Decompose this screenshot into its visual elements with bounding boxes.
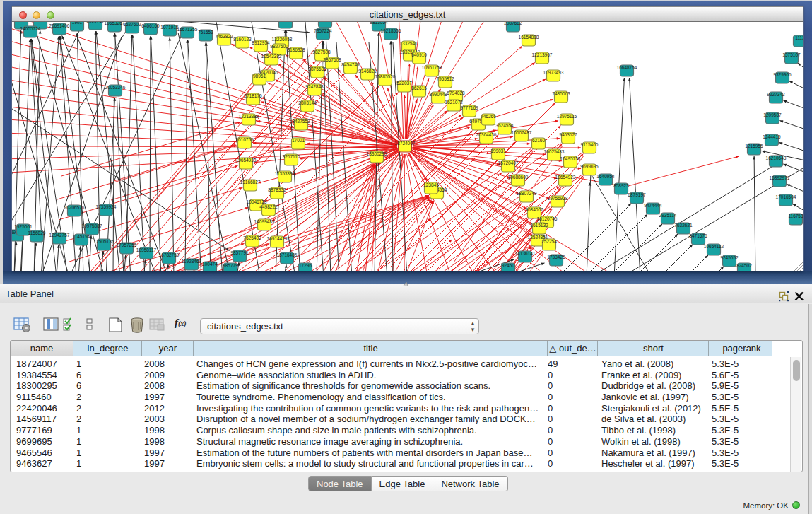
- svg-text:19166827: 19166827: [240, 180, 261, 185]
- svg-text:7955812: 7955812: [436, 76, 454, 81]
- svg-text:13226058: 13226058: [272, 37, 293, 42]
- svg-text:1156829: 1156829: [28, 230, 46, 235]
- svg-text:17001: 17001: [292, 138, 305, 143]
- svg-text:1733426: 1733426: [547, 255, 565, 259]
- svg-text:17296: 17296: [299, 263, 312, 268]
- svg-text:16671355: 16671355: [177, 27, 198, 32]
- svg-text:7625402: 7625402: [243, 235, 261, 240]
- svg-text:1209587: 1209587: [763, 112, 782, 117]
- svg-text:10973493: 10973493: [543, 70, 564, 75]
- svg-text:9084067: 9084067: [525, 207, 543, 212]
- svg-text:9245652: 9245652: [720, 255, 739, 260]
- svg-text:1621072: 1621072: [445, 100, 463, 105]
- svg-text:14099489: 14099489: [254, 219, 275, 224]
- svg-text:2803144: 2803144: [298, 100, 317, 105]
- svg-text:2935114: 2935114: [659, 213, 677, 218]
- svg-text:19654923: 19654923: [236, 158, 257, 163]
- svg-text:17359924: 17359924: [96, 204, 117, 209]
- svg-text:15885520: 15885520: [375, 74, 396, 79]
- svg-text:2867608: 2867608: [323, 57, 341, 62]
- svg-text:1215955: 1215955: [745, 144, 763, 148]
- svg-text:985779: 985779: [223, 263, 238, 268]
- svg-text:1925061: 1925061: [14, 224, 33, 229]
- svg-text:8912954: 8912954: [252, 40, 270, 45]
- svg-text:12505135: 12505135: [94, 239, 114, 244]
- svg-text:8878332: 8878332: [268, 187, 286, 192]
- svg-text:9146821: 9146821: [358, 69, 377, 74]
- svg-text:100474: 100474: [202, 262, 218, 267]
- svg-text:123845: 123845: [423, 182, 439, 187]
- svg-text:252254: 252254: [541, 239, 557, 244]
- svg-text:98961: 98961: [253, 74, 266, 78]
- svg-text:16120746: 16120746: [537, 216, 558, 221]
- svg-text:1244415: 1244415: [763, 134, 781, 139]
- svg-text:20691406: 20691406: [49, 23, 70, 28]
- svg-text:2718176: 2718176: [244, 93, 262, 98]
- svg-text:824502: 824502: [736, 263, 752, 268]
- svg-text:522037: 522037: [396, 81, 412, 86]
- svg-text:3875685: 3875685: [308, 66, 326, 71]
- svg-text:10607487: 10607487: [512, 130, 532, 135]
- svg-text:9777169: 9777169: [460, 105, 478, 110]
- svg-text:11923468: 11923468: [182, 259, 202, 264]
- svg-text:4498222: 4498222: [259, 204, 278, 209]
- svg-text:8427552: 8427552: [292, 119, 310, 124]
- svg-text:16782759: 16782759: [159, 252, 180, 257]
- svg-text:6466160: 6466160: [141, 23, 160, 28]
- svg-text:751552: 751552: [198, 30, 213, 35]
- svg-text:10025483: 10025483: [544, 149, 565, 154]
- svg-text:7632621: 7632621: [674, 223, 693, 228]
- svg-text:199031: 199031: [490, 148, 506, 153]
- svg-text:14055724: 14055724: [20, 26, 41, 31]
- svg-text:10654112: 10654112: [704, 244, 724, 249]
- svg-text:8990448: 8990448: [429, 92, 447, 97]
- svg-text:16495758: 16495758: [560, 156, 581, 161]
- svg-text:17957255: 17957255: [117, 243, 137, 247]
- svg-text:18300295: 18300295: [367, 151, 387, 156]
- svg-text:19654923: 19654923: [555, 175, 576, 180]
- svg-text:19218506: 19218506: [381, 28, 401, 33]
- svg-text:15720407: 15720407: [498, 160, 519, 165]
- svg-text:362615: 362615: [411, 86, 427, 90]
- svg-text:12975115: 12975115: [557, 114, 577, 119]
- svg-text:15716485: 15716485: [277, 252, 298, 257]
- svg-text:11353394: 11353394: [275, 171, 295, 176]
- svg-text:116753: 116753: [788, 214, 803, 218]
- svg-text:20206576: 20206576: [64, 205, 85, 210]
- svg-text:7357224: 7357224: [314, 28, 332, 33]
- svg-text:10543382: 10543382: [261, 54, 282, 59]
- svg-text:10961758: 10961758: [422, 65, 442, 70]
- svg-text:746266: 746266: [481, 114, 496, 119]
- svg-text:10046728: 10046728: [247, 199, 267, 204]
- svg-text:16648764: 16648764: [617, 65, 637, 70]
- svg-text:9329966: 9329966: [773, 72, 792, 77]
- svg-text:7485063: 7485063: [552, 91, 570, 96]
- svg-text:19756928: 19756928: [548, 196, 568, 201]
- svg-text:8160123: 8160123: [233, 37, 252, 42]
- svg-text:10975887: 10975887: [82, 223, 102, 228]
- svg-text:9699695: 9699695: [580, 164, 599, 169]
- svg-text:3624554: 3624554: [495, 123, 514, 128]
- svg-text:18807249: 18807249: [517, 191, 537, 196]
- svg-text:7463822: 7463822: [215, 34, 233, 39]
- svg-text:20364436: 20364436: [476, 132, 497, 137]
- svg-text:1112: 1112: [795, 35, 803, 40]
- svg-text:12213389: 12213389: [239, 114, 259, 119]
- svg-text:16154808: 16154808: [519, 35, 539, 40]
- svg-text:6879197: 6879197: [628, 192, 646, 197]
- svg-text:9115460: 9115460: [581, 142, 599, 147]
- svg-text:16210643: 16210643: [766, 156, 787, 160]
- svg-text:8186328: 8186328: [287, 47, 305, 52]
- svg-text:640910: 640910: [411, 52, 427, 57]
- svg-text:9242848: 9242848: [305, 84, 324, 89]
- svg-text:1071915: 1071915: [160, 25, 179, 30]
- svg-text:17016504: 17016504: [776, 194, 796, 199]
- svg-text:8471676: 8471676: [689, 233, 707, 238]
- svg-text:9857791: 9857791: [230, 250, 249, 255]
- svg-text:15892971: 15892971: [770, 175, 790, 180]
- svg-text:1615132: 1615132: [530, 223, 548, 228]
- svg-text:9474444: 9474444: [644, 203, 662, 208]
- svg-text:16914479: 16914479: [267, 236, 288, 241]
- svg-text:62160: 62160: [532, 138, 545, 143]
- svg-text:1010755: 1010755: [235, 137, 254, 142]
